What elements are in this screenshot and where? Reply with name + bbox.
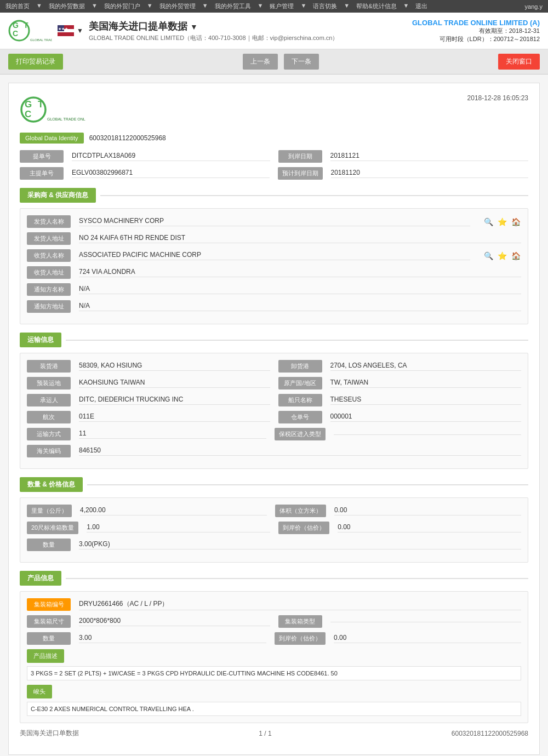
quantity-price-content: 里量（公斤） 4,200.00 体积（立方米） 0.00 20尺标准箱数量 1.… [20, 497, 528, 563]
gdi-label: Global Data Identity [20, 133, 84, 144]
svg-text:GLOBAL TRADE ONLINE LIMITED: GLOBAL TRADE ONLINE LIMITED [30, 38, 52, 42]
nav-help[interactable]: 帮助&统计信息 [356, 2, 396, 10]
record-timestamp: 2018-12-28 16:05:23 [467, 94, 528, 102]
shipper-addr-row: 发货人地址 NO 24 KAIFA 6TH RD RENDE DIST [27, 232, 521, 245]
master-bill-label: 主提单号 [20, 167, 64, 180]
prev-button-top[interactable]: 上一条 [243, 54, 278, 70]
shipper-addr-value: NO 24 KAIFA 6TH RD RENDE DIST [79, 234, 521, 243]
master-bill-row: 主提单号 EGLV003802996871 预计到岸日期 20181120 [20, 167, 528, 180]
svg-text:GLOBAL TRADE ONLINE LIMITED: GLOBAL TRADE ONLINE LIMITED [47, 117, 85, 121]
nav-trade-tools[interactable]: 我的外贸工具 [215, 2, 251, 10]
product-info-title: 产品信息 [20, 571, 61, 586]
origin-label: 原产国/地区 [278, 377, 322, 390]
shipper-name-value: SYSCO MACHINERY CORP [79, 217, 470, 226]
weight-value: 4,200.00 [80, 506, 267, 516]
price-label: 到岸价（估价） [278, 522, 329, 534]
peek-label: 峻头 [27, 685, 52, 698]
record-logo: G T C GLOBAL TRADE ONLINE LIMITED [20, 94, 85, 124]
container-size-type-row: 集装箱尺寸 2000*806*800 集装箱类型 [27, 615, 521, 628]
consignee-addr-row: 收货人地址 724 VIA ALONDRA [27, 266, 521, 279]
gdi-value: 600320181122000525968 [89, 134, 166, 142]
svg-text:C: C [13, 29, 18, 38]
product-qty-value: 3.00 [79, 634, 266, 643]
bill-no-label: 提单号 [20, 150, 64, 163]
vessel-label: 船只名称 [278, 394, 322, 406]
notify-addr-value: N/A [79, 302, 521, 311]
top-toolbar: 打印贸易记录 上一条 下一条 关闭窗口 [0, 49, 548, 75]
arrival-date-value: 20181121 [330, 152, 529, 161]
master-bill-value: EGLV003802996871 [72, 169, 270, 178]
peek-container: 峻头 C-E30 2 AXES NUMERICAL CONTROL TRAVEL… [27, 680, 521, 716]
carrier-value: DITC, DIEDERICH TRUCKING INC [79, 396, 270, 405]
buyer-supplier-content: 发货人名称 SYSCO MACHINERY CORP 🔍 ⭐ 🏠 发货人地址 N… [20, 208, 528, 324]
nav-trade-data[interactable]: 我的外贸数据 [49, 2, 85, 10]
carrier-label: 承运人 [27, 394, 71, 406]
pagination-record-id: 600320181122000525968 [452, 730, 528, 737]
top-navigation: 我的首页 ▼ 我的外贸数据 ▼ 我的外贸门户 ▼ 我的外贸管理 ▼ 我的外贸工具… [0, 0, 548, 13]
print-button-top[interactable]: 打印贸易记录 [8, 54, 63, 70]
svg-text:G: G [13, 21, 19, 30]
pagination-source: 美国海关进口单数据 [20, 729, 79, 738]
container-size-label: 集装箱尺寸 [27, 615, 71, 628]
arrival-date-label: 到岸日期 [278, 150, 322, 163]
pre-load-origin-row: 预装运地 KAOHSIUNG TAIWAN 原产国/地区 TW, TAIWAN [27, 377, 521, 390]
qty-row: 数量 3.00(PKG) [27, 539, 521, 551]
svg-text:C: C [25, 109, 31, 119]
nav-account[interactable]: 账户管理 [270, 2, 294, 10]
nav-trade-mgmt[interactable]: 我的外贸管理 [159, 2, 196, 10]
qty-label: 数量 [27, 539, 71, 551]
container-20ft-label: 20尺标准箱数量 [27, 522, 78, 534]
bonded-zone-label: 保税区进入类型 [275, 428, 326, 440]
consignee-name-row: 收货人名称 ASSOCIATED PACIFIC MACHINE CORP 🔍 … [27, 249, 521, 262]
qty-value: 3.00(PKG) [79, 540, 521, 549]
voyage-value: 011E [79, 413, 270, 422]
notify-addr-row: 通知方地址 N/A [27, 300, 521, 313]
pre-load-value: KAOHSIUNG TAIWAN [79, 379, 270, 388]
product-qty-price-row: 数量 3.00 到岸价（估价） 0.00 [27, 632, 521, 645]
shipper-home-icon[interactable]: 🏠 [510, 216, 521, 227]
shipper-addr-label: 发货人地址 [27, 232, 71, 245]
price-value: 0.00 [338, 523, 521, 532]
product-desc-container: 产品描述 3 PKGS = 2 SET (2 PLTS) + 1W/CASE =… [27, 649, 521, 680]
country-flag: ★★★ ▼ [58, 25, 83, 36]
ldr-period: 可用时段（LDR）：200712～201812 [412, 35, 540, 43]
volume-value: 0.00 [334, 506, 521, 516]
svg-text:★★★: ★★★ [58, 27, 68, 31]
flag-dropdown[interactable]: ▼ [77, 27, 83, 35]
pre-load-label: 预装运地 [27, 377, 71, 390]
notify-name-row: 通知方名称 N/A [27, 283, 521, 296]
warehouse-label: 仓单号 [278, 411, 322, 423]
next-button-top[interactable]: 下一条 [284, 54, 319, 70]
close-button-top[interactable]: 关闭窗口 [498, 54, 540, 70]
shipper-star-icon[interactable]: ⭐ [496, 216, 507, 227]
transport-title: 运输信息 [20, 333, 61, 347]
page-title: 美国海关进口提单数据 ▼ [89, 20, 339, 33]
nav-language[interactable]: 语言切换 [313, 2, 337, 10]
notify-name-value: N/A [79, 285, 521, 294]
voyage-warehouse-row: 航次 011E 仓单号 000001 [27, 411, 521, 423]
container-no-value: DRYU2661466（AC / L / PP） [79, 599, 521, 610]
quantity-price-section-header: 数量 & 价格信息 [20, 477, 528, 492]
consignee-home-icon[interactable]: 🏠 [510, 250, 521, 261]
svg-text:G: G [25, 99, 32, 110]
transport-mode-bonded-row: 运输方式 11 保税区进入类型 [27, 428, 521, 440]
company-name-header: GLOBAL TRADE ONLINE LIMITED (A) [412, 19, 540, 27]
peek-content: C-E30 2 AXES NUMERICAL CONTROL TRAVELLIN… [27, 702, 521, 716]
consignee-star-icon[interactable]: ⭐ [496, 250, 507, 261]
nav-trade-portal[interactable]: 我的外贸门户 [104, 2, 140, 10]
consignee-search-icon[interactable]: 🔍 [483, 250, 494, 261]
expected-arrival-value: 20181120 [331, 169, 529, 178]
buyer-supplier-section-header: 采购商 & 供应商信息 [20, 188, 528, 203]
nav-logout[interactable]: 退出 [415, 2, 427, 10]
svg-text:T: T [38, 99, 44, 110]
nav-home[interactable]: 我的首页 [5, 2, 30, 10]
container-type-label: 集装箱类型 [278, 615, 322, 628]
origin-value: TW, TAIWAN [330, 379, 522, 388]
current-user: yang.y [525, 3, 543, 10]
landing-price-label: 到岸价（估价） [275, 632, 326, 645]
consignee-addr-label: 收货人地址 [27, 266, 71, 279]
shipper-search-icon[interactable]: 🔍 [483, 216, 494, 227]
product-desc-content: 3 PKGS = 2 SET (2 PLTS) + 1W/CASE = 3 PK… [27, 666, 521, 680]
shipper-name-label: 发货人名称 [27, 215, 71, 228]
customs-code-row: 海关编码 846150 [27, 445, 521, 457]
